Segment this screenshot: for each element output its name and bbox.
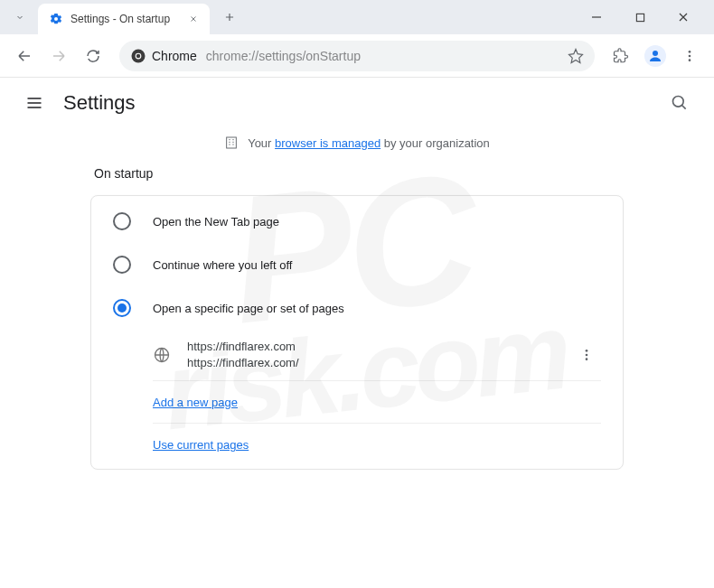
- option-specific-pages[interactable]: Open a specific page or set of pages: [91, 286, 623, 330]
- extensions-button[interactable]: [606, 41, 636, 71]
- more-vertical-icon: [579, 348, 594, 362]
- svg-point-6: [689, 54, 691, 57]
- page-title: Settings: [63, 91, 136, 115]
- arrow-left-icon: [16, 48, 33, 64]
- close-icon: [678, 12, 689, 23]
- svg-point-5: [689, 51, 691, 53]
- forward-button[interactable]: [43, 41, 74, 71]
- maximize-icon: [635, 13, 645, 23]
- page-url: https://findflarex.com/: [187, 355, 572, 371]
- svg-point-7: [689, 59, 691, 61]
- svg-point-11: [586, 350, 588, 352]
- minimize-button[interactable]: [584, 5, 609, 30]
- svg-point-4: [653, 51, 658, 56]
- managed-link[interactable]: browser is managed: [275, 136, 380, 150]
- address-bar[interactable]: Chrome chrome://settings/onStartup: [119, 41, 595, 71]
- option-label: Open a specific page or set of pages: [153, 302, 344, 315]
- option-new-tab[interactable]: Open the New Tab page: [91, 200, 623, 243]
- use-current-pages-link[interactable]: Use current pages: [153, 438, 249, 452]
- reload-icon: [85, 48, 101, 64]
- site-label: Chrome: [152, 49, 197, 63]
- plus-icon: [223, 11, 236, 23]
- add-page-link[interactable]: Add a new page: [153, 396, 238, 409]
- puzzle-icon: [613, 48, 629, 64]
- svg-rect-0: [636, 14, 644, 21]
- gear-icon: [49, 12, 63, 26]
- close-window-button[interactable]: [671, 5, 696, 30]
- option-label: Continue where you left off: [153, 258, 292, 272]
- minimize-icon: [591, 12, 602, 23]
- startup-page-row: https://findflarex.com https://findflare…: [153, 330, 601, 381]
- search-icon: [671, 94, 689, 112]
- managed-banner: Your browser is managed by your organiza…: [0, 128, 714, 157]
- avatar-icon: [644, 45, 666, 67]
- startup-card: Open the New Tab page Continue where you…: [90, 195, 624, 470]
- menu-button[interactable]: [674, 41, 705, 71]
- settings-menu-button[interactable]: [18, 87, 51, 119]
- svg-point-8: [673, 97, 684, 107]
- hamburger-icon: [25, 94, 43, 112]
- more-vertical-icon: [682, 49, 697, 63]
- new-tab-button[interactable]: [217, 5, 242, 30]
- section-title: On startup: [90, 166, 624, 181]
- svg-rect-9: [227, 137, 237, 148]
- use-current-row: Use current pages: [153, 424, 601, 465]
- tab-title: Settings - On startup: [70, 13, 186, 25]
- add-page-row: Add a new page: [153, 381, 601, 424]
- window-controls: [584, 5, 707, 30]
- option-continue[interactable]: Continue where you left off: [91, 243, 623, 286]
- browser-tab[interactable]: Settings - On startup: [38, 4, 210, 34]
- tab-close-button[interactable]: [186, 12, 201, 26]
- svg-point-3: [136, 53, 141, 58]
- page-title: https://findflarex.com: [187, 339, 572, 355]
- back-button[interactable]: [9, 41, 40, 71]
- radio-icon: [113, 212, 131, 230]
- titlebar: Settings - On startup: [0, 0, 714, 34]
- url-text: chrome://settings/onStartup: [206, 49, 568, 63]
- settings-search-button[interactable]: [663, 87, 696, 119]
- settings-header: Settings: [0, 78, 714, 128]
- chevron-down-icon: [14, 12, 25, 23]
- close-icon: [189, 14, 198, 23]
- maximize-button[interactable]: [627, 5, 653, 30]
- reload-button[interactable]: [78, 41, 108, 71]
- building-icon: [224, 135, 239, 150]
- chrome-logo-icon: [130, 48, 146, 64]
- startup-pages-list: https://findflarex.com https://findflare…: [91, 330, 623, 465]
- radio-icon: [113, 299, 131, 317]
- content-area: On startup Open the New Tab page Continu…: [0, 157, 714, 470]
- star-icon: [568, 48, 584, 64]
- option-label: Open the New Tab page: [153, 215, 279, 229]
- managed-text: Your browser is managed by your organiza…: [248, 136, 490, 150]
- bookmark-button[interactable]: [568, 48, 584, 64]
- globe-icon: [153, 346, 171, 364]
- page-more-button[interactable]: [572, 341, 601, 369]
- profile-button[interactable]: [640, 41, 671, 71]
- page-text: https://findflarex.com https://findflare…: [187, 339, 572, 371]
- radio-icon: [113, 256, 131, 274]
- arrow-right-icon: [51, 48, 67, 64]
- svg-point-12: [586, 354, 588, 357]
- tab-search-dropdown[interactable]: [7, 5, 33, 30]
- browser-toolbar: Chrome chrome://settings/onStartup: [0, 34, 714, 78]
- svg-point-13: [586, 359, 588, 361]
